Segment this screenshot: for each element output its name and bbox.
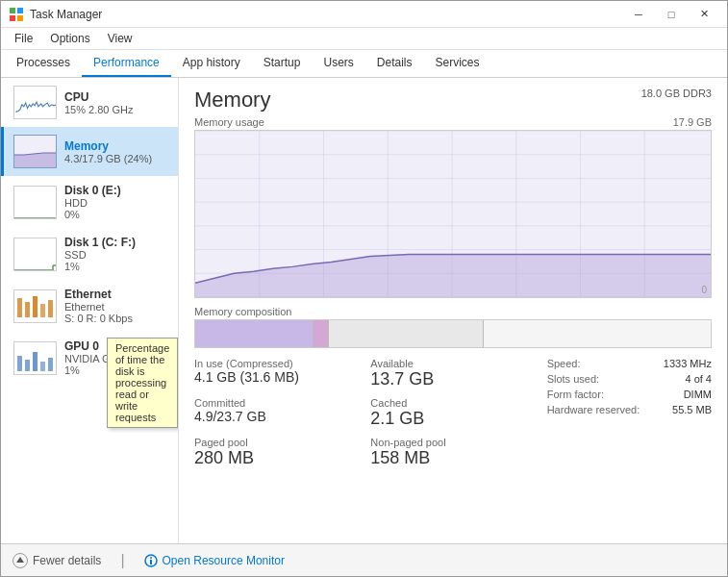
svg-point-44 <box>150 557 152 559</box>
stat-paged-pool: Paged pool 280 MB <box>194 437 359 468</box>
hw-reserved-label: Hardware reserved: <box>547 404 640 415</box>
panel-title: Memory <box>194 88 270 113</box>
svg-rect-16 <box>33 296 38 317</box>
menu-options[interactable]: Options <box>42 30 97 47</box>
minimize-button[interactable]: ─ <box>623 5 654 24</box>
disk1-thumbnail <box>13 238 57 271</box>
svg-rect-1 <box>17 8 23 13</box>
stat-available: Available 13.7 GB <box>370 358 535 389</box>
tab-startup[interactable]: Startup <box>252 50 313 77</box>
window-title: Task Manager <box>30 8 102 21</box>
in-use-value: 4.1 GB (31.6 MB) <box>194 369 359 385</box>
hw-reserved-row: Hardware reserved: 55.5 MB <box>547 404 712 415</box>
sidebar-item-ethernet[interactable]: Ethernet Ethernet S: 0 R: 0 Kbps <box>1 280 178 332</box>
svg-rect-20 <box>17 356 22 371</box>
divider: | <box>120 552 124 569</box>
graph-label-row: Memory usage 17.9 GB <box>194 116 712 128</box>
open-resource-monitor-button[interactable]: Open Resource Monitor <box>144 554 285 567</box>
paged-pool-label: Paged pool <box>194 437 359 448</box>
ethernet-type: Ethernet <box>64 301 168 313</box>
panel-spec: 18.0 GB DDR3 <box>641 88 712 99</box>
menu-bar: File Options View <box>1 28 727 50</box>
graph-label: Memory usage <box>194 116 264 128</box>
memory-label: Memory <box>64 139 168 153</box>
close-button[interactable]: ✕ <box>689 5 719 24</box>
tab-processes[interactable]: Processes <box>5 50 82 77</box>
svg-rect-23 <box>40 362 45 371</box>
memory-info: Memory 4.3/17.9 GB (24%) <box>64 139 168 164</box>
cached-value: 2.1 GB <box>370 409 535 429</box>
svg-rect-9 <box>14 238 57 271</box>
disk0-usage: 0% <box>64 209 168 220</box>
form-row: Form factor: DIMM <box>547 389 712 400</box>
stats-grid: In use (Compressed) 4.1 GB (31.6 MB) Ava… <box>194 358 712 468</box>
app-icon <box>9 7 24 22</box>
fewer-details-button[interactable]: Fewer details <box>13 553 101 568</box>
disk1-info: Disk 1 (C: F:) SSD 1% <box>64 236 168 272</box>
disk0-label: Disk 0 (E:) <box>64 184 168 197</box>
form-label: Form factor: <box>547 389 604 400</box>
disk1-usage: 1% <box>64 261 168 272</box>
ethernet-thumbnail <box>13 289 57 323</box>
title-bar-controls: ─ □ ✕ <box>623 5 719 24</box>
tab-performance[interactable]: Performance <box>82 50 171 77</box>
resource-monitor-icon <box>144 554 158 567</box>
memory-usage: 4.3/17.9 GB (24%) <box>64 153 168 164</box>
sidebar-item-disk1[interactable]: Disk 1 (C: F:) SSD 1% <box>1 228 178 280</box>
main-content: CPU 15% 2.80 GHz Memory 4.3/17.9 GB (24%… <box>1 78 727 543</box>
slots-row: Slots used: 4 of 4 <box>547 373 712 385</box>
task-manager-window: Task Manager ─ □ ✕ File Options View Pro… <box>0 0 728 577</box>
menu-view[interactable]: View <box>100 30 140 47</box>
cpu-label: CPU <box>64 90 168 104</box>
comp-free <box>484 320 711 347</box>
svg-rect-24 <box>48 358 53 371</box>
slots-value: 4 of 4 <box>685 373 712 385</box>
tab-app-history[interactable]: App history <box>171 50 252 77</box>
ethernet-label: Ethernet <box>64 288 168 301</box>
bottom-bar: Fewer details | Open Resource Monitor <box>1 543 727 576</box>
non-paged-pool-value: 158 MB <box>370 448 535 468</box>
comp-in-use <box>195 320 314 347</box>
disk0-info: Disk 0 (E:) HDD 0% <box>64 184 168 220</box>
svg-rect-7 <box>14 187 57 219</box>
sidebar-item-cpu[interactable]: CPU 15% 2.80 GHz <box>1 78 178 127</box>
composition-label: Memory composition <box>194 306 712 317</box>
svg-rect-0 <box>10 8 15 13</box>
disk0-type: HDD <box>64 197 168 209</box>
sidebar-item-memory[interactable]: Memory 4.3/17.9 GB (24%) <box>1 127 178 176</box>
disk0-thumbnail <box>13 186 57 219</box>
speed-label: Speed: <box>547 358 581 369</box>
committed-label: Committed <box>194 397 359 409</box>
svg-rect-14 <box>17 298 22 317</box>
svg-rect-21 <box>25 360 30 371</box>
menu-file[interactable]: File <box>7 30 40 47</box>
comp-modified <box>314 320 329 347</box>
graph-max-label: 17.9 GB <box>673 116 712 128</box>
svg-marker-42 <box>16 557 24 563</box>
comp-standby <box>329 320 484 347</box>
sidebar-item-disk0[interactable]: Disk 0 (E:) HDD 0% <box>1 176 178 228</box>
stat-non-paged-pool: Non-paged pool 158 MB <box>370 437 535 468</box>
svg-rect-45 <box>150 560 152 564</box>
tab-details[interactable]: Details <box>365 50 424 77</box>
form-value: DIMM <box>684 389 712 400</box>
fewer-details-label: Fewer details <box>33 554 101 567</box>
in-use-label: In use (Compressed) <box>194 358 359 369</box>
non-paged-pool-label: Non-paged pool <box>370 437 535 448</box>
memory-panel: Memory 18.0 GB DDR3 Memory usage 17.9 GB <box>179 78 727 543</box>
cpu-info: CPU 15% 2.80 GHz <box>64 90 168 115</box>
memory-thumbnail <box>13 135 57 168</box>
hw-reserved-value: 55.5 MB <box>672 404 712 415</box>
speed-row: Speed: 1333 MHz <box>547 358 712 369</box>
speed-value: 1333 MHz <box>664 358 712 369</box>
stat-committed: Committed 4.9/23.7 GB <box>194 397 359 429</box>
title-bar-left: Task Manager <box>9 7 102 22</box>
available-label: Available <box>370 358 535 369</box>
maximize-button[interactable]: □ <box>656 5 687 24</box>
svg-rect-2 <box>10 15 15 21</box>
slots-label: Slots used: <box>547 373 599 385</box>
svg-rect-15 <box>25 302 30 317</box>
tab-users[interactable]: Users <box>312 50 364 77</box>
tab-services[interactable]: Services <box>424 50 491 77</box>
resource-monitor-label: Open Resource Monitor <box>163 554 285 567</box>
